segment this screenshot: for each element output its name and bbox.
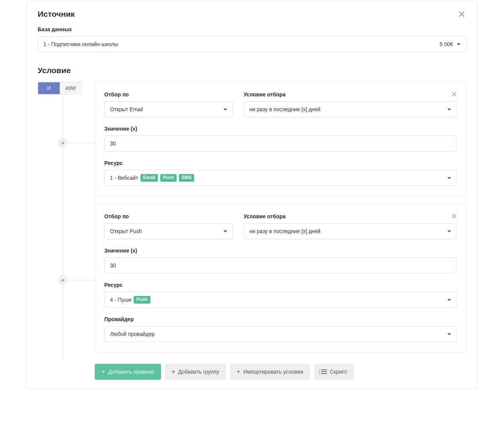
badge-sms: SMS bbox=[179, 174, 194, 182]
chevron-down-icon bbox=[457, 43, 461, 45]
operator-column: И ИЛИ и и bbox=[38, 82, 95, 360]
connector-node-2: и bbox=[58, 275, 67, 285]
source-panel: Источник База данных 1 - Подписчики онла… bbox=[27, 0, 477, 389]
provider-select[interactable]: Любой провайдер bbox=[104, 326, 457, 342]
chevron-down-icon bbox=[447, 333, 451, 335]
list-icon bbox=[321, 369, 327, 374]
add-rule-label: Добавить правило bbox=[108, 369, 154, 375]
database-label: База данных bbox=[38, 26, 466, 32]
value-x-label: Значение (x) bbox=[104, 248, 457, 254]
plus-icon: + bbox=[102, 369, 105, 375]
value-x-input[interactable] bbox=[104, 136, 457, 152]
resource-text: 1 - Вебсайт bbox=[110, 175, 138, 181]
chevron-down-icon bbox=[447, 299, 451, 301]
provider-value: Любой провайдер bbox=[110, 331, 155, 337]
resource-text: 4 - Пуши bbox=[110, 297, 131, 303]
filter-by-label: Отбор по bbox=[104, 91, 233, 98]
chevron-down-icon bbox=[447, 177, 451, 179]
filter-by-value: Открыт Push bbox=[110, 228, 142, 234]
close-icon[interactable] bbox=[457, 10, 466, 19]
chevron-down-icon bbox=[223, 109, 227, 110]
badge-push: Push bbox=[134, 296, 150, 304]
import-conditions-label: Импортировать условия bbox=[243, 369, 303, 375]
filter-by-select[interactable]: Открыт Push bbox=[104, 223, 233, 239]
add-group-button[interactable]: + Добавить группу bbox=[165, 364, 226, 380]
value-x-input[interactable] bbox=[104, 257, 457, 273]
plus-icon: + bbox=[237, 369, 240, 375]
filter-condition-label: Условие отбора bbox=[244, 213, 457, 219]
filter-condition-value: ни разу в последние [x] дней bbox=[249, 106, 321, 112]
filter-condition-label: Условие отбора bbox=[244, 91, 457, 98]
resource-select[interactable]: 1 - Вебсайт Email Push SMS bbox=[104, 170, 457, 186]
resource-label: Ресурс bbox=[104, 282, 457, 288]
logic-tabs: И ИЛИ bbox=[38, 82, 82, 94]
filter-by-select[interactable]: Открыт Email bbox=[104, 101, 233, 117]
filter-by-label: Отбор по bbox=[104, 213, 233, 219]
tab-and[interactable]: И bbox=[38, 82, 60, 94]
rule-card-1: Отбор по Открыт Email Условие отбора ни … bbox=[95, 82, 466, 196]
filter-condition-select[interactable]: ни разу в последние [x] дней bbox=[244, 101, 457, 117]
script-label: Скрипт bbox=[330, 369, 348, 375]
badge-push: Push bbox=[160, 174, 177, 182]
remove-rule-icon[interactable] bbox=[451, 91, 458, 98]
tab-or[interactable]: ИЛИ bbox=[60, 82, 81, 94]
add-rule-button[interactable]: + Добавить правило bbox=[95, 364, 161, 380]
connector-node-1: и bbox=[58, 138, 67, 147]
database-value: 1 - Подписчики онлайн-школы bbox=[43, 41, 118, 47]
chevron-down-icon bbox=[223, 230, 227, 232]
panel-title: Источник bbox=[38, 10, 75, 19]
resource-select[interactable]: 4 - Пуши Push bbox=[104, 292, 457, 308]
chevron-down-icon bbox=[447, 109, 451, 110]
add-group-label: Добавить группу bbox=[178, 369, 219, 375]
connector-hline-2 bbox=[67, 280, 95, 280]
connector-line bbox=[63, 96, 63, 360]
plus-icon: + bbox=[172, 369, 175, 375]
filter-condition-value: ни разу в последние [x] дней bbox=[249, 228, 321, 234]
import-conditions-button[interactable]: + Импортировать условия bbox=[230, 364, 310, 380]
condition-title: Условие bbox=[38, 66, 466, 75]
database-count: 5 006 bbox=[440, 41, 453, 47]
database-select[interactable]: 1 - Подписчики онлайн-школы 5 006 bbox=[38, 36, 466, 52]
connector-hline-1 bbox=[67, 143, 95, 143]
badge-email: Email bbox=[140, 174, 158, 182]
chevron-down-icon bbox=[447, 230, 451, 232]
filter-by-value: Открыт Email bbox=[110, 106, 143, 112]
value-x-label: Значение (x) bbox=[104, 126, 457, 132]
rule-card-2: Отбор по Открыт Push Условие отбора ни р… bbox=[95, 204, 466, 352]
script-button[interactable]: Скрипт bbox=[314, 364, 354, 380]
remove-rule-icon[interactable] bbox=[451, 213, 458, 220]
filter-condition-select[interactable]: ни разу в последние [x] дней bbox=[244, 223, 457, 239]
resource-label: Ресурс bbox=[104, 160, 457, 166]
provider-label: Провайдер bbox=[104, 316, 457, 322]
